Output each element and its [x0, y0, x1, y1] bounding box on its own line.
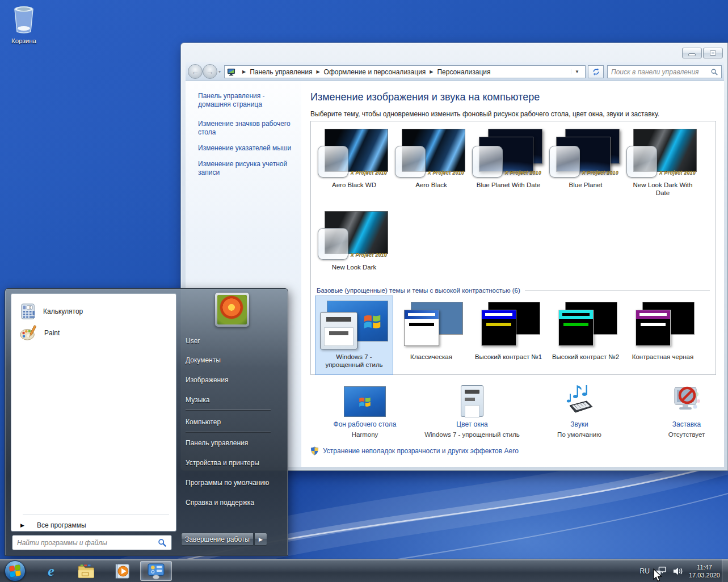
start-item-devices-printers[interactable]: Устройства и принтеры — [186, 459, 282, 471]
clock-date: 17.03.2020 — [689, 571, 720, 579]
show-desktop-button[interactable] — [722, 559, 728, 582]
shutdown-options-button[interactable]: ▶ — [254, 533, 267, 546]
personalization-window-icon — [146, 563, 166, 580]
search-input[interactable] — [608, 68, 710, 76]
theme-aero-black[interactable]: X Project 2010 Aero Black — [393, 129, 470, 189]
start-item-default-programs[interactable]: Программы по умолчанию — [186, 479, 282, 491]
user-avatar[interactable] — [215, 293, 249, 327]
themes-panel: X Project 2010 Aero Black WD X Project 2… — [310, 121, 716, 375]
troubleshoot-label: Устранение неполадок прозрачности и друг… — [323, 447, 519, 455]
refresh-icon — [592, 68, 600, 76]
start-item-computer[interactable]: Компьютер — [186, 418, 282, 431]
theme-high-contrast-2[interactable]: Высокий контраст №2 — [547, 296, 624, 374]
theme-name: Высокий контраст №2 — [547, 353, 624, 361]
group-label: Базовые (упрощенные) темы и темы с высок… — [317, 287, 520, 294]
recycle-bin-label: Корзина — [6, 37, 42, 44]
breadcrumb-arrow-icon: ▶ — [242, 69, 246, 74]
start-item-documents[interactable]: Документы — [186, 356, 282, 369]
search-icon — [710, 68, 718, 76]
start-item-user[interactable]: User — [186, 337, 282, 349]
theme-windows7-basic[interactable]: Windows 7 - упрощенный стиль — [315, 296, 393, 374]
theme-classic[interactable]: Классическая — [393, 296, 470, 374]
theme-high-contrast-1[interactable]: Высокий контраст №1 — [470, 296, 547, 374]
glass-overlay — [626, 146, 657, 178]
setting-sounds[interactable]: Звуки По умолчанию — [528, 382, 630, 438]
setting-window-color[interactable]: Цвет окна Windows 7 - упрощенный стиль — [421, 382, 523, 438]
history-dropdown-icon[interactable]: ▾ — [218, 69, 221, 74]
all-programs-item[interactable]: ▶ Все программы — [15, 518, 172, 532]
program-calculator[interactable]: 0 Калькулятор — [16, 301, 171, 322]
breadcrumb-appearance[interactable]: Оформление и персонализация — [324, 68, 426, 76]
control-panel-search[interactable] — [607, 65, 722, 78]
sidebar-link-desktop-icons[interactable]: Изменение значков рабочего стола — [198, 120, 296, 137]
start-button[interactable] — [5, 560, 26, 581]
program-label: Paint — [44, 329, 60, 337]
breadcrumb-arrow-icon[interactable]: ▶ — [316, 69, 319, 74]
theme-name: Aero Black — [393, 181, 470, 189]
setting-title[interactable]: Фон рабочего стола — [314, 420, 416, 428]
theme-name: New Look Dark With Date — [624, 181, 701, 197]
breadcrumb-personalization[interactable]: Персонализация — [437, 68, 490, 76]
address-bar[interactable]: ▶ Панель управления ▶ Оформление и персо… — [224, 65, 586, 78]
taskbar-internet-explorer[interactable]: e — [40, 561, 62, 581]
theme-thumbnail — [552, 301, 620, 351]
glass-overlay — [472, 146, 503, 178]
start-menu-divider — [186, 410, 271, 410]
minimize-button[interactable] — [682, 48, 702, 58]
theme-aero-black-wd[interactable]: X Project 2010 Aero Black WD — [315, 129, 393, 189]
desktop-background-icon — [314, 382, 416, 417]
start-item-control-panel[interactable]: Панель управления — [186, 439, 282, 452]
setting-title[interactable]: Цвет окна — [421, 420, 523, 428]
sounds-icon — [528, 382, 630, 417]
maximize-button[interactable] — [703, 48, 723, 58]
refresh-button[interactable] — [588, 65, 604, 78]
recycle-bin[interactable]: Корзина — [6, 5, 42, 44]
setting-screensaver[interactable]: Заставка Отсутствует — [636, 382, 728, 438]
language-indicator[interactable]: RU — [640, 567, 650, 575]
taskbar-windows-explorer[interactable] — [75, 561, 98, 581]
setting-title[interactable]: Заставка — [636, 420, 728, 428]
taskbar: e RU — [0, 559, 728, 582]
setting-value: Отсутствует — [636, 431, 728, 438]
basic-themes-group-header: Базовые (упрощенные) темы и темы с высок… — [317, 287, 710, 294]
window-color-icon — [421, 382, 523, 417]
svg-text:0: 0 — [30, 306, 31, 309]
theme-blue-planet-with-date[interactable]: X Project 2010 Blue Planet With Date — [470, 129, 547, 189]
theme-new-look-dark-with-date[interactable]: X Project 2010 New Look Dark With Date — [624, 129, 701, 197]
back-button[interactable]: ← — [188, 64, 203, 79]
theme-thumbnail — [320, 301, 388, 351]
start-item-music[interactable]: Музыка — [186, 396, 282, 408]
forward-button[interactable]: → — [203, 64, 217, 79]
volume-icon[interactable] — [672, 566, 684, 576]
taskbar-media-player[interactable] — [111, 561, 133, 581]
setting-title[interactable]: Звуки — [528, 420, 630, 428]
start-item-pictures[interactable]: Изображения — [186, 376, 282, 389]
theme-new-look-dark[interactable]: X Project 2010 New Look Dark — [315, 211, 393, 271]
breadcrumb-arrow-icon[interactable]: ▶ — [430, 69, 433, 74]
watermark-label: X Project 2010 — [351, 252, 387, 258]
all-programs-arrow-icon: ▶ — [20, 522, 24, 528]
media-player-icon — [113, 563, 131, 580]
sidebar-link-home[interactable]: Панель управления - домашняя страница — [198, 92, 296, 109]
window-caption-buttons — [682, 48, 723, 58]
theme-thumbnail — [629, 301, 697, 351]
start-search-input[interactable] — [12, 539, 158, 547]
taskbar-personalization-active[interactable] — [140, 561, 172, 581]
watermark-label: X Project 2010 — [505, 170, 541, 175]
theme-blue-planet[interactable]: X Project 2010 Blue Planet — [547, 129, 624, 189]
glass-overlay — [395, 146, 426, 178]
theme-thumbnail: X Project 2010 — [397, 129, 465, 179]
troubleshoot-aero-link[interactable]: Устранение неполадок прозрачности и друг… — [310, 446, 519, 456]
start-menu-search[interactable] — [12, 535, 172, 550]
theme-name: Aero Black WD — [315, 181, 393, 189]
taskbar-clock[interactable]: 11:47 17.03.2020 — [689, 563, 720, 579]
theme-contrast-black[interactable]: Контрастная черная — [624, 296, 701, 374]
sidebar-link-mouse-pointers[interactable]: Изменение указателей мыши — [198, 144, 296, 153]
shutdown-button[interactable]: Завершение работы — [181, 533, 254, 546]
sidebar-link-account-picture[interactable]: Изменение рисунка учетной записи — [198, 160, 296, 177]
start-item-help-support[interactable]: Справка и поддержка — [186, 499, 282, 511]
setting-desktop-background[interactable]: Фон рабочего стола Harmony — [314, 382, 416, 438]
address-dropdown-icon[interactable]: ▼ — [571, 69, 583, 74]
program-paint[interactable]: Paint — [16, 322, 171, 344]
breadcrumb-control-panel[interactable]: Панель управления — [250, 68, 312, 76]
